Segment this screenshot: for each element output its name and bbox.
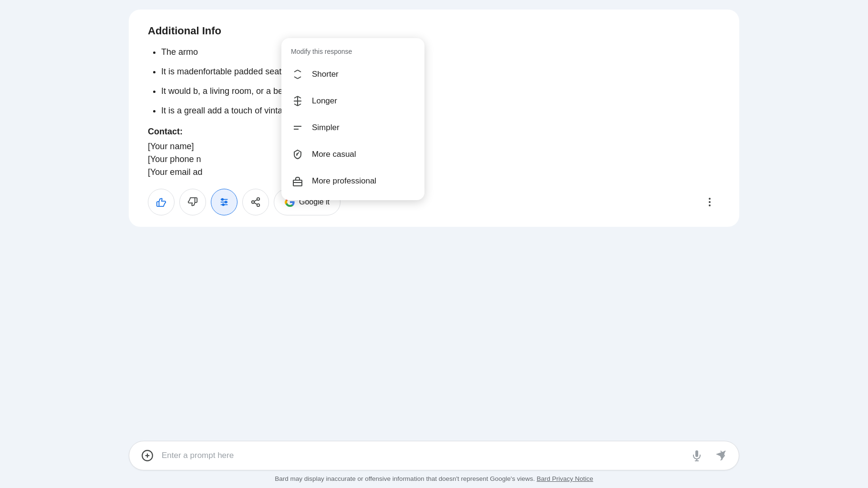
prompt-bar — [129, 441, 739, 470]
action-buttons: Google it — [148, 189, 720, 215]
modify-dropdown: Modify this response Shorter — [281, 38, 424, 200]
svg-point-20 — [225, 201, 227, 203]
thumbsup-button[interactable] — [148, 189, 175, 215]
professional-icon — [291, 174, 304, 188]
response-card: Additional Info The armo It is madenfort… — [129, 10, 739, 227]
casual-label: More casual — [312, 150, 356, 159]
svg-line-6 — [298, 96, 301, 98]
bullet-text-1-start: The armo — [161, 47, 198, 57]
contact-name: [Your name] — [148, 142, 720, 152]
list-item: It is a greall add a touch of vintage st… — [161, 104, 720, 117]
simpler-label: Simpler — [312, 123, 340, 132]
privacy-link[interactable]: Bard Privacy Notice — [537, 475, 593, 482]
additional-info-heading: Additional Info — [148, 25, 720, 37]
add-button[interactable] — [138, 446, 157, 465]
share-button[interactable] — [242, 189, 269, 215]
svg-line-7 — [294, 104, 298, 106]
thumbsdown-button[interactable] — [179, 189, 206, 215]
svg-line-0 — [294, 70, 298, 72]
main-container: Additional Info The armo It is madenfort… — [0, 0, 868, 488]
more-options-button[interactable] — [699, 192, 720, 213]
contact-phone: [Your phone n — [148, 154, 720, 164]
svg-point-28 — [709, 201, 711, 203]
bullet-text-3-start: It would b — [161, 86, 198, 96]
longer-label: Longer — [312, 96, 337, 106]
shorter-icon — [291, 68, 304, 81]
list-item: The armo — [161, 46, 720, 59]
bullet-text-2-start: It is made — [161, 67, 198, 76]
svg-point-24 — [257, 204, 260, 207]
simpler-icon — [291, 121, 304, 134]
bullet-text-2-end: nfortable padded seat. — [198, 67, 284, 76]
svg-point-29 — [709, 204, 711, 206]
svg-point-27 — [709, 198, 711, 200]
longer-icon — [291, 94, 304, 108]
svg-line-26 — [254, 200, 257, 202]
svg-point-23 — [252, 201, 255, 203]
svg-line-1 — [298, 70, 301, 72]
svg-point-19 — [222, 199, 224, 201]
svg-line-5 — [294, 96, 298, 98]
disclaimer: Bard may display inaccurate or offensive… — [129, 475, 739, 482]
bullet-list: The armo It is madenfortable padded seat… — [148, 46, 720, 117]
svg-point-21 — [222, 204, 224, 206]
contact-email: [Your email ad — [148, 167, 720, 177]
modify-simpler[interactable]: Simpler — [281, 114, 424, 141]
svg-point-22 — [257, 198, 260, 201]
modify-longer[interactable]: Longer — [281, 88, 424, 114]
svg-line-8 — [298, 104, 301, 106]
contact-section: Contact: [Your name] [Your phone n [Your… — [148, 127, 720, 177]
modify-title: Modify this response — [281, 46, 424, 61]
bullet-text-4-start: It is a grea — [161, 106, 201, 115]
list-item: It is madenfortable padded seat. — [161, 65, 720, 78]
modify-button[interactable] — [211, 189, 238, 215]
svg-line-2 — [294, 77, 298, 79]
list-item: It would b, a living room, or a bedroom. — [161, 85, 720, 98]
prompt-input[interactable] — [162, 451, 682, 460]
send-button[interactable] — [711, 446, 730, 465]
modify-shorter[interactable]: Shorter — [281, 61, 424, 88]
input-area: Bard may display inaccurate or offensive… — [100, 429, 768, 488]
modify-casual[interactable]: More casual — [281, 141, 424, 168]
shorter-label: Shorter — [312, 70, 339, 79]
contact-heading: Contact: — [148, 127, 720, 137]
professional-label: More professional — [312, 176, 376, 186]
disclaimer-text: Bard may display inaccurate or offensive… — [275, 475, 535, 482]
svg-line-25 — [254, 203, 257, 204]
svg-line-3 — [298, 77, 301, 79]
microphone-button[interactable] — [687, 446, 706, 465]
chat-area: Additional Info The armo It is madenfort… — [100, 0, 768, 429]
casual-icon — [291, 148, 304, 161]
modify-professional[interactable]: More professional — [281, 168, 424, 194]
